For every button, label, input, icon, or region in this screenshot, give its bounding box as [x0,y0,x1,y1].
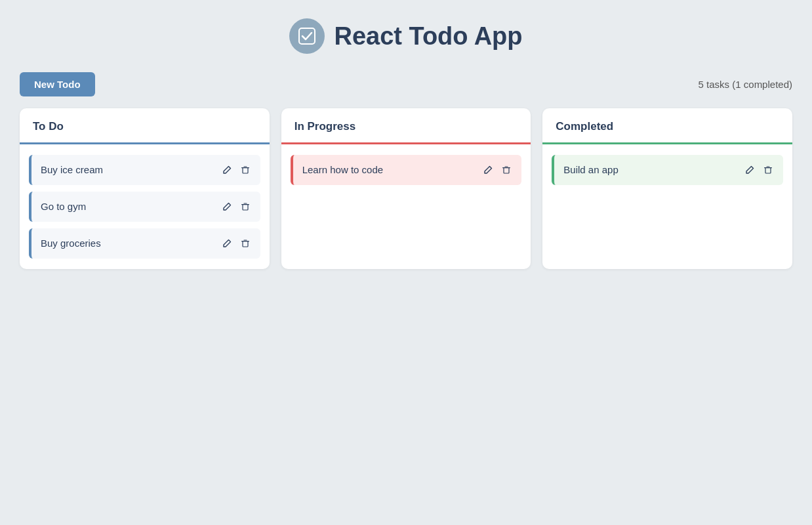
task-card-buy-ice-cream: Buy ice cream [29,155,260,185]
delete-task-button[interactable] [762,164,774,176]
pencil-icon [222,202,232,211]
column-todo-title: To Do [33,120,256,142]
kanban-board: To Do Buy ice cream [13,108,799,269]
edit-task-button[interactable] [221,238,233,249]
edit-task-button[interactable] [221,201,233,213]
app-header: React Todo App [13,0,799,72]
task-text: Go to gym [41,201,86,212]
column-completed-title: Completed [556,120,779,142]
column-todo-body: Buy ice cream [20,144,270,269]
trash-icon [241,165,250,175]
task-summary: 5 tasks (1 completed) [699,79,792,90]
task-text: Build an app [563,164,618,175]
task-text: Buy ice cream [41,164,103,175]
pencil-icon [222,165,232,175]
task-card-buy-groceries: Buy groceries [29,228,260,259]
pencil-icon [222,239,232,248]
delete-task-button[interactable] [239,238,251,249]
pencil-icon [483,165,493,175]
trash-icon [241,202,250,211]
app-container: React Todo App New Todo 5 tasks (1 compl… [0,0,812,525]
column-completed-body: Build an app [542,144,792,196]
delete-task-button[interactable] [239,164,251,176]
task-text: Buy groceries [41,238,101,249]
column-inprogress-body: Learn how to code [281,144,531,196]
delete-task-button[interactable] [239,201,251,213]
task-card-build-app: Build an app [552,155,783,185]
column-completed-header: Completed [542,108,792,142]
pencil-icon [745,165,754,175]
task-card-learn-to-code: Learn how to code [291,155,522,185]
trash-icon [763,165,773,175]
task-actions [221,238,251,249]
edit-task-button[interactable] [744,164,756,176]
column-completed: Completed Build an app [542,108,792,269]
task-text: Learn how to code [302,164,383,175]
app-logo-icon [289,18,325,54]
edit-task-button[interactable] [482,164,494,176]
task-actions [221,201,251,213]
svg-rect-0 [299,28,315,44]
column-inprogress-title: In Progress [294,120,518,142]
task-actions [221,164,251,176]
delete-task-button[interactable] [500,164,512,176]
app-title: React Todo App [334,22,522,51]
column-inprogress: In Progress Learn how to code [281,108,531,269]
column-inprogress-header: In Progress [281,108,531,142]
trash-icon [502,165,511,175]
toolbar: New Todo 5 tasks (1 completed) [13,72,799,96]
column-todo-header: To Do [20,108,270,142]
task-actions [744,164,774,176]
task-card-go-to-gym: Go to gym [29,192,260,222]
new-todo-button[interactable]: New Todo [20,72,95,96]
task-actions [482,164,512,176]
edit-task-button[interactable] [221,164,233,176]
column-todo: To Do Buy ice cream [20,108,270,269]
trash-icon [241,239,250,248]
